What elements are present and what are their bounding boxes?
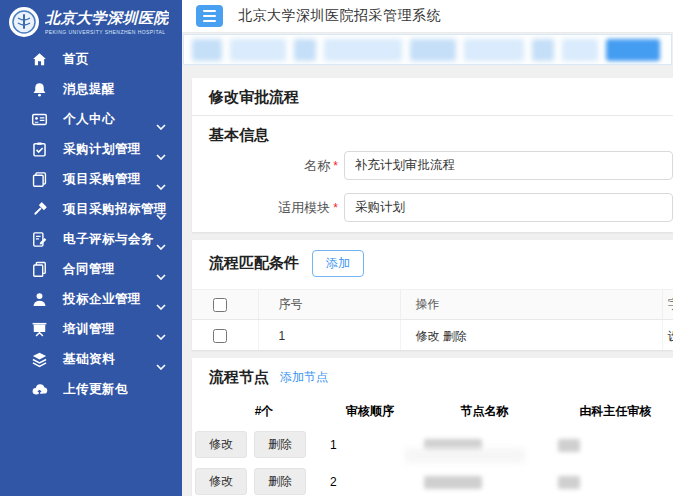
basic-info-card: 修改审批流程 基本信息 名称* 适用模块*: [192, 78, 673, 232]
select-all-checkbox[interactable]: [213, 298, 227, 312]
redaction-wash: [405, 448, 525, 463]
tab-chip[interactable]: [230, 39, 286, 61]
hospital-name: 北京大学深圳医院: [45, 9, 169, 28]
chevron-down-icon: [156, 236, 166, 254]
delete-button[interactable]: 删除: [254, 431, 306, 458]
sidebar-item-label: 合同管理: [63, 261, 115, 278]
column-header-reviewer: 由科主任审核: [545, 397, 673, 426]
add-node-link[interactable]: 添加节点: [280, 369, 328, 386]
column-header-seq: 序号: [258, 290, 400, 320]
required-asterisk: *: [333, 201, 338, 215]
sidebar-item-messages[interactable]: 消息提醒: [0, 74, 182, 104]
redacted-value: [558, 439, 580, 452]
delete-button[interactable]: 删除: [254, 468, 306, 495]
home-icon: [31, 51, 48, 68]
sidebar-item-bidding-management[interactable]: 项目采购招标管理: [0, 194, 182, 224]
sidebar-item-personal-center[interactable]: 个人中心: [0, 104, 182, 134]
hospital-logo: 北京大学深圳医院 PEKING UNIVERSITY SHENZHEN HOSP…: [0, 0, 182, 42]
sidebar-item-label: 投标企业管理: [63, 291, 141, 308]
sidebar: 北京大学深圳医院 PEKING UNIVERSITY SHENZHEN HOSP…: [0, 0, 182, 496]
layers-icon: [31, 351, 48, 368]
sidebar-item-contract-management[interactable]: 合同管理: [0, 254, 182, 284]
chevron-down-icon: [156, 176, 166, 194]
sidebar-item-label: 首页: [63, 51, 89, 68]
page-title: 修改审批流程: [192, 78, 673, 116]
book-icon: [31, 171, 48, 188]
bell-icon: [31, 81, 48, 98]
gavel-icon: [31, 201, 48, 218]
sidebar-item-home[interactable]: 首页: [0, 44, 182, 74]
tab-bar: [183, 34, 672, 65]
section-title-match-conditions: 流程匹配条件: [209, 254, 299, 273]
section-title-process-nodes: 流程节点: [209, 368, 269, 387]
sidebar-item-label: 上传更新包: [63, 381, 128, 398]
sidebar-item-label: 电子评标与会务: [63, 231, 154, 248]
sidebar-item-label: 培训管理: [63, 321, 115, 338]
redacted-value: [558, 476, 580, 489]
user-icon: [31, 291, 48, 308]
module-input[interactable]: [344, 193, 673, 222]
column-header-actions: #个: [192, 397, 315, 426]
file-pen-icon: [31, 231, 48, 248]
top-bar: 北京大学深圳医院招采管理系统: [182, 0, 673, 33]
sidebar-item-e-evaluation[interactable]: 电子评标与会务: [0, 224, 182, 254]
clipboard-check-icon: [31, 141, 48, 158]
sidebar-item-label: 个人中心: [63, 111, 115, 128]
sidebar-item-training-management[interactable]: 培训管理: [0, 314, 182, 344]
hospital-logo-icon: [8, 6, 40, 38]
row-actions[interactable]: 修改 删除: [400, 320, 662, 351]
tab-chip[interactable]: [192, 39, 222, 61]
sidebar-item-upload-update[interactable]: 上传更新包: [0, 374, 182, 404]
name-field-label: 名称*: [192, 157, 338, 175]
table-row: 1 修改 删除 设: [192, 320, 673, 351]
sidebar-item-bidder-management[interactable]: 投标企业管理: [0, 284, 182, 314]
column-header-order: 审核顺序: [315, 397, 410, 426]
tab-chip[interactable]: [324, 39, 402, 61]
name-input[interactable]: [344, 151, 673, 180]
row-checkbox[interactable]: [213, 329, 227, 343]
chevron-down-icon: [156, 146, 166, 164]
sidebar-item-label: 项目采购招标管理: [63, 201, 167, 218]
sidebar-item-basic-data[interactable]: 基础资料: [0, 344, 182, 374]
sidebar-item-project-procurement[interactable]: 项目采购管理: [0, 164, 182, 194]
modify-button[interactable]: 修改: [195, 468, 247, 495]
tab-chip[interactable]: [562, 39, 598, 61]
chevron-down-icon: [156, 206, 166, 224]
presentation-icon: [31, 321, 48, 338]
order-cell: 2: [315, 463, 410, 496]
clipped-cell: 设: [662, 320, 673, 351]
column-header-node-name: 节点名称: [410, 397, 545, 426]
match-conditions-card: 流程匹配条件 添加 序号 操作 字 1 修改 删除 设: [192, 240, 673, 350]
tab-chip[interactable]: [294, 39, 316, 61]
chevron-down-icon: [156, 326, 166, 344]
chevron-down-icon: [156, 296, 166, 314]
order-cell: 1: [315, 426, 410, 463]
table-row: 修改删除 2: [192, 463, 673, 496]
id-card-icon: [31, 111, 48, 128]
hamburger-menu-button[interactable]: [196, 5, 223, 27]
seq-cell: 1: [258, 320, 400, 351]
module-field-label: 适用模块*: [192, 199, 338, 217]
tab-chip[interactable]: [464, 39, 524, 61]
contract-icon: [31, 261, 48, 278]
required-asterisk: *: [333, 159, 338, 173]
sidebar-item-label: 采购计划管理: [63, 141, 141, 158]
sidebar-menu: 首页 消息提醒 个人中心 采购计划管理 项目采购管理 项目采购招标管理: [0, 44, 182, 404]
sidebar-item-label: 消息提醒: [63, 81, 115, 98]
tab-chip[interactable]: [410, 39, 456, 61]
column-header-clipped: 字: [662, 290, 673, 320]
match-conditions-table: 序号 操作 字 1 修改 删除 设: [192, 289, 673, 350]
cloud-upload-icon: [31, 381, 48, 398]
tab-chip[interactable]: [532, 39, 554, 61]
process-nodes-card: 流程节点 添加节点 #个 审核顺序 节点名称 由科主任审核 修改删除 1: [192, 358, 673, 496]
sidebar-item-label: 基础资料: [63, 351, 115, 368]
modify-button[interactable]: 修改: [195, 431, 247, 458]
redacted-node-name: [424, 476, 482, 489]
tab-chip-active[interactable]: [606, 39, 660, 61]
chevron-down-icon: [156, 266, 166, 284]
process-nodes-table: #个 审核顺序 节点名称 由科主任审核 修改删除 1 修改删除: [192, 397, 673, 496]
add-condition-button[interactable]: 添加: [312, 250, 364, 277]
hospital-name-en: PEKING UNIVERSITY SHENZHEN HOSPITAL: [45, 29, 169, 35]
sidebar-item-procurement-plan[interactable]: 采购计划管理: [0, 134, 182, 164]
chevron-down-icon: [156, 116, 166, 134]
